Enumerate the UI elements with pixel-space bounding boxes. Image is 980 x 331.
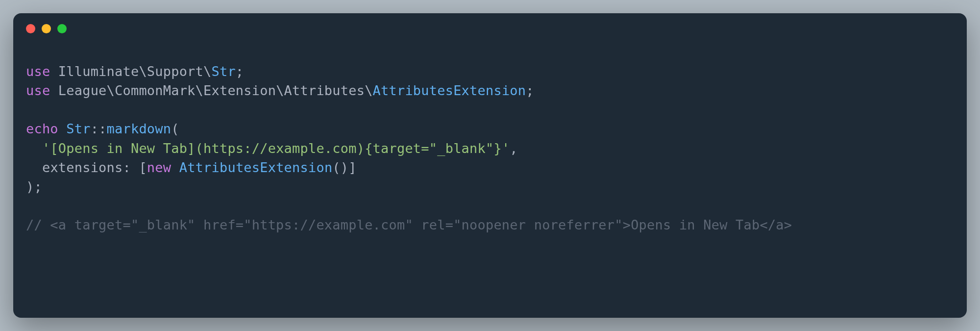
- maximize-icon[interactable]: [57, 24, 67, 33]
- code-window: use Illuminate\Support\Str; use League\C…: [13, 13, 967, 318]
- function-name: markdown: [107, 121, 172, 136]
- minimize-icon[interactable]: [42, 24, 51, 33]
- paren-close: );: [26, 179, 42, 194]
- keyword-use: use: [26, 83, 50, 98]
- scope-operator: ::: [91, 121, 107, 136]
- class-name: Str: [66, 121, 90, 136]
- bracket-close: ]: [348, 160, 356, 175]
- keyword-use: use: [26, 64, 50, 79]
- namespace: Illuminate\Support\: [50, 64, 211, 79]
- keyword-new: new: [147, 160, 171, 175]
- comma: ,: [510, 141, 517, 156]
- class-name: AttributesExtension: [373, 83, 526, 98]
- space: [58, 121, 66, 136]
- namespace: League\CommonMark\Extension\Attributes\: [50, 83, 372, 98]
- close-icon[interactable]: [26, 24, 35, 33]
- semicolon: ;: [236, 64, 244, 79]
- paren-open: (: [171, 121, 179, 136]
- space: [171, 160, 179, 175]
- parens: (): [332, 160, 348, 175]
- class-name: AttributesExtension: [179, 160, 333, 175]
- code-block: use Illuminate\Support\Str; use League\C…: [13, 33, 967, 254]
- colon-bracket: : [: [122, 160, 147, 175]
- keyword-echo: echo: [26, 121, 58, 136]
- named-arg: extensions: [42, 160, 123, 175]
- indent: [26, 141, 42, 156]
- semicolon: ;: [526, 83, 534, 98]
- class-name: Str: [211, 64, 235, 79]
- comment-line: // <a target="_blank" href="https://exam…: [26, 217, 792, 232]
- string-literal: '[Opens in New Tab](https://example.com)…: [42, 141, 510, 156]
- indent: [26, 160, 42, 175]
- window-titlebar: [13, 13, 967, 33]
